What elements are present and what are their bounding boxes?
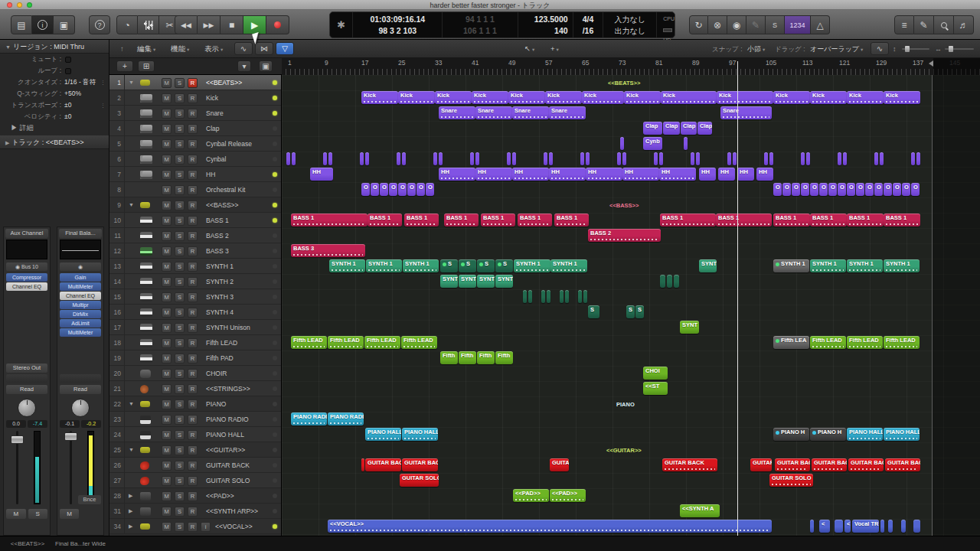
midi-region[interactable]: Kick (884, 91, 920, 104)
midi-region[interactable]: GUITAR BAC (775, 458, 810, 471)
midi-region-small[interactable] (913, 520, 920, 533)
record-button[interactable] (266, 15, 289, 34)
sends-slot[interactable] (6, 374, 47, 383)
insert-plugin-button[interactable]: MultiMeter (60, 282, 101, 291)
midi-region-small[interactable] (512, 152, 516, 165)
record-enable-button[interactable]: R (188, 231, 198, 241)
midi-region-small[interactable] (470, 152, 474, 165)
mute-button[interactable]: M (162, 399, 172, 409)
midi-region[interactable]: GUITAR BAC (402, 458, 438, 471)
count-in-icon[interactable]: 1234 (785, 15, 811, 34)
track-row[interactable]: 12MSRBASS 3 (109, 243, 281, 259)
back-arrow-icon[interactable]: ↑ (120, 43, 124, 55)
midi-region-small[interactable] (880, 520, 884, 533)
record-enable-button[interactable]: R (188, 262, 198, 272)
track-zoom-button[interactable]: ▣ (259, 60, 273, 72)
solo-button[interactable]: S (175, 461, 185, 471)
track-row[interactable]: 22▼MSRPIANO (109, 396, 281, 412)
solo-button[interactable]: S (175, 445, 185, 455)
solo-button[interactable]: S (175, 507, 185, 517)
forward-button[interactable]: ▶▶ (198, 15, 220, 34)
track-row[interactable]: 16MSRSYNTH 4 (109, 305, 281, 320)
solo-button[interactable]: S (175, 93, 185, 103)
lcd-tempo2[interactable]: 140 (518, 25, 568, 37)
midi-region-small[interactable] (691, 152, 694, 165)
mixer-icon[interactable] (138, 15, 159, 34)
duplicate-track-button[interactable]: ⊞ (138, 60, 155, 72)
lcd-signature[interactable]: 4/4 (573, 14, 603, 25)
midi-region[interactable]: BASS 1 (554, 214, 589, 227)
smart-controls-icon[interactable]: ▣ (54, 15, 75, 34)
track-name[interactable]: SYNTH Unison (206, 320, 269, 335)
stop-button[interactable]: ■ (220, 15, 243, 34)
track-row[interactable]: 8MSROrchestral Kit (109, 182, 281, 197)
automation-icon[interactable]: ∿ (234, 42, 253, 55)
midi-region-small[interactable] (361, 458, 364, 471)
midi-region[interactable]: BASS 2 (588, 229, 661, 242)
midi-region[interactable]: Clap (663, 122, 680, 135)
midi-region-small[interactable] (433, 152, 437, 165)
track-name[interactable]: Clap (206, 121, 269, 136)
lcd-division[interactable]: /16 (573, 25, 603, 37)
midi-region-small[interactable] (617, 152, 621, 165)
menu-edit[interactable]: 編集▾ (137, 43, 155, 55)
region-details-toggle[interactable]: ▶ 詳細 (0, 122, 109, 134)
fader-thumb[interactable] (11, 435, 24, 444)
track-row[interactable]: 6MSRCynbal (109, 152, 281, 167)
track-row[interactable]: 13MSRSYNTH 1 (109, 259, 281, 274)
midi-region[interactable]: Clap (681, 122, 697, 135)
midi-region[interactable]: BASS 1 (368, 214, 402, 227)
solo-button[interactable]: S (175, 338, 185, 348)
midi-region[interactable]: <<PAD>> (550, 489, 586, 502)
solo-button[interactable]: S (175, 170, 185, 180)
bounce-button[interactable]: Bnce (78, 495, 101, 504)
midi-region[interactable]: SYNTH 1 (847, 259, 883, 272)
midi-region-small[interactable] (565, 290, 569, 303)
midi-region[interactable]: O (380, 183, 388, 196)
track-row[interactable]: 34▶MSRi<<VOCAL>> (109, 519, 281, 534)
midi-region[interactable]: SYNT (440, 275, 458, 288)
solo-button[interactable]: S (175, 109, 185, 119)
midi-region-small[interactable] (667, 275, 672, 288)
midi-region[interactable]: SYNTH 1 (514, 259, 550, 272)
midi-region[interactable]: BASS 1 (444, 214, 479, 227)
midi-region-small[interactable] (578, 290, 582, 303)
waveform-zoom-icon[interactable]: ∿ (871, 42, 889, 55)
midi-region[interactable]: BASS 1 (481, 214, 515, 227)
midi-region[interactable]: Fifth LEAD (884, 336, 920, 349)
midi-region[interactable]: Snare (549, 106, 586, 119)
midi-region-small[interactable] (916, 152, 920, 165)
midi-region[interactable]: Fifth (495, 351, 513, 364)
midi-region[interactable]: O (828, 183, 837, 196)
parameter-checkbox[interactable] (65, 57, 71, 63)
input-bus-button[interactable]: ◉ Bus 10 (6, 262, 47, 271)
midi-region-small[interactable] (888, 520, 893, 533)
track-name[interactable]: <<STRINGS>> (206, 381, 269, 396)
midi-region[interactable]: <<VOCAL>> (328, 520, 772, 533)
lcd-display[interactable]: ✱ 01:03:09:16.14 98 3 2 103 94 1 1 1 106… (329, 11, 675, 38)
solo-button[interactable]: S (175, 262, 185, 272)
solo-button[interactable]: S (175, 384, 185, 394)
midi-region[interactable]: Kick (545, 91, 582, 104)
midi-region[interactable]: O (361, 183, 370, 196)
catch-playhead-icon[interactable]: ▽ (276, 42, 294, 55)
midi-region[interactable]: HH (586, 168, 622, 181)
mute-button[interactable]: M (162, 507, 172, 517)
midi-region[interactable]: < (819, 520, 830, 533)
track-row[interactable]: 24MSRPIANO HALL (109, 427, 281, 442)
track-name[interactable]: Fifth PAD (206, 350, 269, 366)
fader-track[interactable] (70, 431, 72, 504)
solo-button[interactable]: S (175, 476, 185, 486)
solo-button[interactable]: S (175, 308, 185, 318)
track-row[interactable]: 10MSRBASS 1 (109, 213, 281, 228)
pan-knob[interactable] (18, 399, 36, 417)
solo-button[interactable]: S (175, 277, 185, 287)
solo-button[interactable]: S (175, 124, 185, 134)
midi-region[interactable]: Kick (810, 91, 847, 104)
midi-region[interactable]: SYNT (680, 321, 699, 334)
record-enable-button[interactable]: R (188, 369, 198, 379)
solo-button[interactable]: S (175, 201, 185, 210)
midi-region[interactable]: HH (718, 168, 735, 181)
solo-button[interactable]: S (175, 323, 185, 333)
tuner-icon[interactable]: ◉ (727, 15, 746, 34)
